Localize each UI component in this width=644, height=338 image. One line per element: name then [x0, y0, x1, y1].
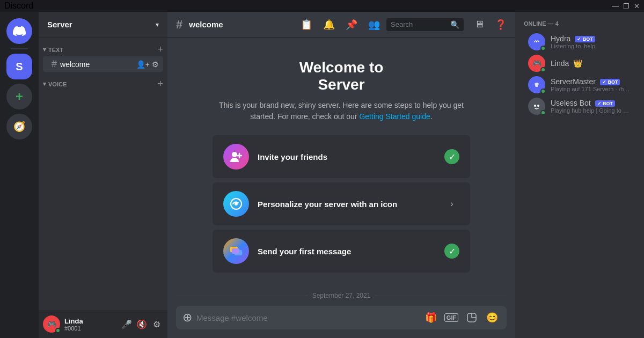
message-input-area: ⊕ 🎁 GIF 😊 [167, 306, 515, 338]
search-box[interactable]: 🔍 [386, 18, 464, 31]
user-name: Linda [64, 317, 116, 325]
personalize-card[interactable]: Personalize your server with an icon › [213, 182, 470, 225]
channel-actions: 👤+ ⚙ [136, 60, 159, 69]
svg-rect-6 [232, 248, 239, 254]
message-input-bar: ⊕ 🎁 GIF 😊 [176, 306, 507, 329]
explore-servers-button[interactable]: 🧭 [6, 114, 32, 139]
bot-badge-hydra: ✓ BOT [575, 36, 595, 42]
channel-header-name: welcome [189, 20, 223, 29]
member-activity-hydra: Listening to .help [551, 43, 631, 49]
mute-microphone-button[interactable]: 🎤 [120, 318, 133, 330]
welcome-title: Welcome to Server [299, 59, 384, 93]
restore-button[interactable]: ❐ [623, 2, 630, 10]
invite-icon [223, 144, 249, 170]
add-attachment-button[interactable]: ⊕ [182, 311, 192, 325]
user-tag: #0001 [64, 325, 116, 332]
server-icon-s[interactable]: S [6, 54, 32, 79]
svg-point-12 [537, 105, 539, 107]
channels-list: ▾ TEXT + # welcome 👤+ ⚙ ▾ VOICE + [39, 38, 167, 310]
member-status-servermaster [540, 89, 546, 94]
member-info-hydra: Hydra ✓ BOT Listening to .help [551, 34, 631, 49]
member-info-servermaster: ServerMaster ✓ BOT Playing auf 171 Serve… [551, 77, 631, 92]
welcome-description: This is your brand new, shiny server. He… [213, 100, 470, 122]
minimize-button[interactable]: — [612, 2, 619, 10]
svg-point-0 [232, 152, 237, 157]
close-button[interactable]: ✕ [634, 2, 640, 10]
members-sidebar: ONLINE — 4 Hydra ✓ BOT Listening to .hel… [515, 12, 644, 338]
category-text: ▾ TEXT + [39, 42, 167, 56]
app-container: S + 🧭 Server ▾ ▾ TEXT + # welcome 👤+ [0, 12, 644, 338]
message-check-icon: ✓ [444, 244, 459, 259]
server-icon-discord[interactable] [6, 18, 32, 44]
gif-icon[interactable]: GIF [443, 310, 459, 326]
channel-item-welcome[interactable]: # welcome 👤+ ⚙ [43, 56, 163, 72]
message-input[interactable] [196, 313, 419, 322]
send-message-card[interactable]: Send your first message ✓ [213, 230, 470, 273]
server-name: Server [47, 20, 72, 29]
user-avatar: 🎮 [43, 315, 60, 333]
member-item-servermaster[interactable]: ServerMaster ✓ BOT Playing auf 171 Serve… [519, 74, 640, 95]
member-activity-servermaster: Playing auf 171 Servern - /help [551, 86, 631, 92]
user-settings-button[interactable]: ⚙ [150, 318, 163, 330]
titlebar: Discord — ❐ ✕ [0, 0, 644, 12]
user-controls: 🎤 🔇 ⚙ [120, 318, 163, 330]
bot-badge-servermaster: ✓ BOT [600, 79, 620, 85]
member-avatar-hydra [528, 33, 545, 50]
app-title: Discord [4, 1, 33, 11]
member-name-servermaster: ServerMaster ✓ BOT [551, 77, 631, 86]
onboarding-cards: Invite your friends ✓ Personalize y [213, 135, 470, 273]
personalize-label: Personalize your server with an icon [258, 200, 436, 209]
help-icon[interactable]: ❓ [495, 19, 507, 31]
member-status-uselessbot [540, 110, 546, 115]
member-item-uselessbot[interactable]: Useless Bot ✓ BOT Playing hub help | Goi… [519, 95, 640, 117]
member-info-linda: Linda 👑 [551, 59, 631, 68]
category-text-label[interactable]: ▾ TEXT [43, 46, 63, 53]
member-activity-uselessbot: Playing hub help | Going to sle... [551, 107, 631, 114]
member-name-uselessbot: Useless Bot ✓ BOT [551, 99, 631, 107]
add-member-icon[interactable]: 👤+ [136, 60, 150, 69]
message-icon [223, 238, 249, 264]
deafen-button[interactable]: 🔇 [135, 318, 148, 330]
main-content: # welcome 📋 🔔 📌 👥 🔍 🖥 ❓ Welcome to Serve… [167, 12, 515, 338]
svg-point-11 [534, 105, 536, 107]
pin-icon[interactable]: 📌 [346, 19, 357, 31]
server-list-divider [11, 48, 28, 49]
channel-sidebar: Server ▾ ▾ TEXT + # welcome 👤+ ⚙ [39, 12, 167, 338]
notification-bell-icon[interactable]: 🔔 [323, 19, 335, 31]
server-header[interactable]: Server ▾ [39, 12, 167, 38]
member-status-linda [540, 67, 546, 72]
chevron-down-icon: ▾ [156, 21, 159, 28]
add-voice-channel-button[interactable]: + [157, 78, 163, 90]
member-status-hydra [540, 46, 546, 51]
gift-icon[interactable]: 🎁 [423, 310, 439, 326]
member-item-linda[interactable]: 🎮 Linda 👑 [519, 53, 640, 74]
add-text-channel-button[interactable]: + [157, 44, 163, 55]
search-input[interactable] [391, 20, 450, 28]
invite-friends-label: Invite your friends [258, 152, 436, 161]
inbox-icon[interactable]: 🖥 [474, 19, 484, 30]
personalize-chevron-icon: › [444, 196, 459, 211]
window-controls: — ❐ ✕ [612, 2, 640, 10]
sticker-icon[interactable] [464, 310, 480, 326]
add-server-button[interactable]: + [6, 84, 32, 109]
user-panel: 🎮 Linda #0001 🎤 🔇 ⚙ [39, 310, 167, 338]
messages-area: Welcome to Server This is your brand new… [167, 38, 515, 306]
getting-started-link[interactable]: Getting Started guide [359, 112, 430, 121]
emoji-icon[interactable]: 😊 [484, 310, 500, 326]
category-voice-label[interactable]: ▾ VOICE [43, 80, 67, 87]
channel-hash-icon: # [52, 58, 57, 70]
category-arrow-voice: ▾ [43, 80, 46, 87]
user-info: Linda #0001 [64, 317, 116, 332]
member-item-hydra[interactable]: Hydra ✓ BOT Listening to .help [519, 31, 640, 53]
invite-friends-card[interactable]: Invite your friends ✓ [213, 135, 470, 178]
online-count-label: ONLINE — 4 [515, 18, 644, 29]
welcome-section: Welcome to Server This is your brand new… [167, 38, 515, 283]
hashtag-threads-icon[interactable]: 📋 [301, 19, 312, 31]
personalize-icon [223, 191, 249, 217]
members-icon[interactable]: 👥 [368, 19, 380, 31]
send-message-label: Send your first message [258, 247, 436, 256]
svg-point-3 [235, 202, 238, 205]
user-status-dot [55, 328, 61, 333]
settings-icon[interactable]: ⚙ [152, 60, 159, 69]
member-info-uselessbot: Useless Bot ✓ BOT Playing hub help | Goi… [551, 99, 631, 114]
